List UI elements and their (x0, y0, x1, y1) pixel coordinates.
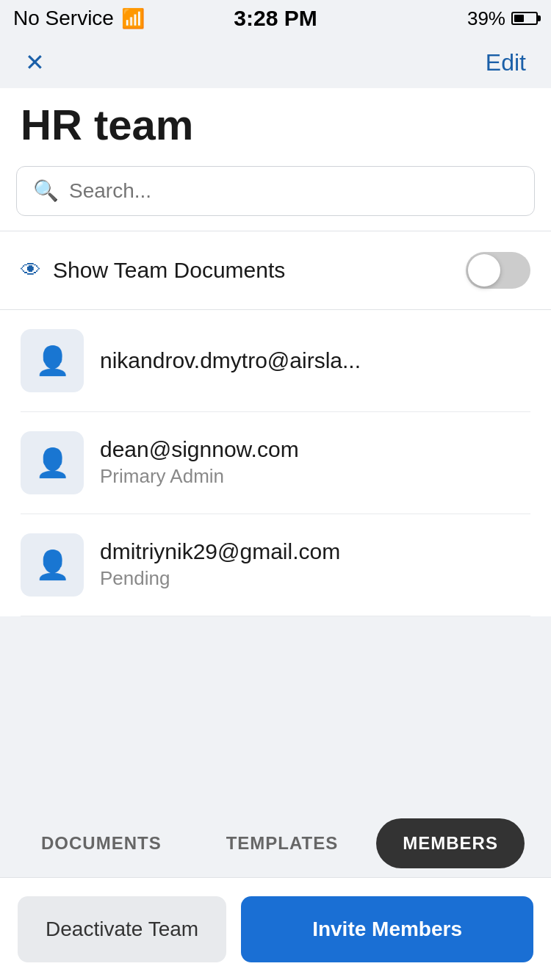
toggle-knob (468, 254, 500, 287)
tab-documents-label: DOCUMENTS (41, 833, 162, 854)
tab-members[interactable]: MEMBERS (376, 818, 525, 868)
show-team-docs-toggle[interactable] (466, 252, 530, 289)
search-input[interactable] (69, 179, 518, 203)
tab-templates[interactable]: TEMPLATES (200, 818, 365, 868)
tab-templates-label: TEMPLATES (226, 833, 339, 854)
member-email: dmitriynik29@gmail.com (100, 539, 530, 564)
avatar: 👤 (21, 431, 84, 494)
nav-bar: ✕ Edit (0, 37, 551, 88)
main-content: HR team 🔍 👁 Show Team Documents 👤 nikand… (0, 88, 551, 690)
tab-members-label: MEMBERS (403, 833, 498, 854)
member-info: nikandrov.dmytro@airslа... (100, 348, 530, 373)
search-bar[interactable]: 🔍 (16, 166, 535, 216)
person-icon: 👤 (35, 549, 70, 581)
member-list: 👤 nikandrov.dmytro@airslа... 👤 dean@sign… (0, 310, 551, 616)
avatar: 👤 (21, 329, 84, 392)
status-right: 39% (467, 7, 538, 30)
member-email: dean@signnow.com (100, 437, 530, 462)
member-item[interactable]: 👤 dmitriynik29@gmail.com Pending (0, 514, 551, 616)
show-team-docs-label: Show Team Documents (53, 258, 285, 283)
member-item[interactable]: 👤 dean@signnow.com Primary Admin (0, 412, 551, 514)
status-left: No Service 📶 (13, 7, 145, 30)
avatar: 👤 (21, 533, 84, 597)
invite-members-button[interactable]: Invite Members (241, 896, 533, 962)
member-info: dmitriynik29@gmail.com Pending (100, 539, 530, 590)
status-bar: No Service 📶 3:28 PM 39% (0, 0, 551, 37)
member-item[interactable]: 👤 nikandrov.dmytro@airslа... (0, 310, 551, 411)
no-service-label: No Service (13, 7, 114, 30)
member-email: nikandrov.dmytro@airslа... (100, 348, 530, 373)
tab-bar: DOCUMENTS TEMPLATES MEMBERS (0, 810, 551, 877)
toggle-label-wrap: 👁 Show Team Documents (21, 258, 285, 283)
member-role: Primary Admin (100, 465, 530, 488)
content-spacer (0, 616, 551, 690)
person-icon: 👤 (35, 447, 70, 479)
tab-documents[interactable]: DOCUMENTS (15, 818, 188, 868)
search-section: 🔍 (0, 166, 551, 231)
close-button[interactable]: ✕ (19, 43, 51, 82)
team-title-section: HR team (0, 88, 551, 166)
battery-percent: 39% (467, 7, 505, 30)
eye-icon: 👁 (21, 258, 41, 282)
edit-button[interactable]: Edit (480, 43, 532, 82)
search-icon: 🔍 (33, 179, 59, 203)
wifi-icon: 📶 (121, 7, 145, 30)
action-bar: Deactivate Team Invite Members (0, 877, 551, 980)
person-icon: 👤 (35, 345, 70, 377)
battery-icon (511, 12, 538, 25)
member-role: Pending (100, 567, 530, 590)
status-time: 3:28 PM (234, 6, 317, 31)
deactivate-team-button[interactable]: Deactivate Team (18, 896, 226, 962)
toggle-section: 👁 Show Team Documents (0, 231, 551, 309)
team-title: HR team (21, 101, 530, 148)
member-info: dean@signnow.com Primary Admin (100, 437, 530, 488)
